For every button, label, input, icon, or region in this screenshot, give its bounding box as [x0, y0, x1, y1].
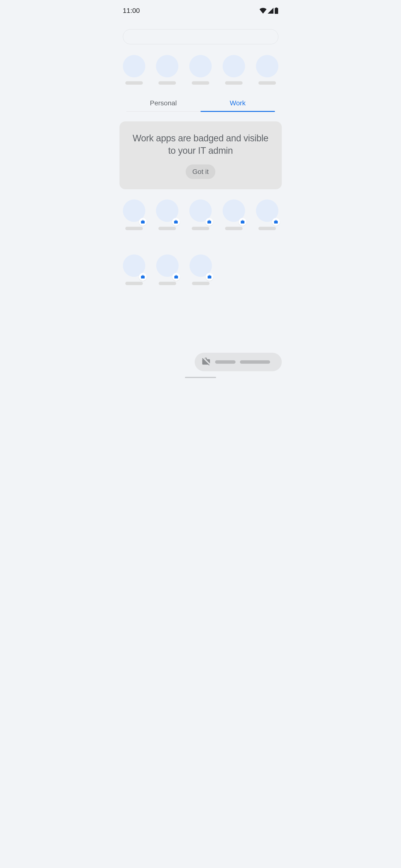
app-label-placeholder — [158, 227, 176, 230]
work-off-icon — [202, 357, 211, 367]
work-info-card: Work apps are badged and visible to your… — [120, 121, 282, 189]
app-label-placeholder — [258, 227, 276, 230]
status-time: 11:00 — [123, 7, 140, 14]
wifi-icon — [259, 8, 267, 13]
cellular-icon — [268, 8, 274, 13]
work-app[interactable] — [123, 199, 145, 230]
app-label-placeholder — [258, 81, 276, 85]
work-app[interactable] — [223, 199, 245, 230]
work-badge-icon — [206, 273, 213, 281]
got-it-button[interactable]: Got it — [186, 164, 216, 179]
suggested-app[interactable] — [223, 55, 245, 85]
work-app[interactable] — [156, 254, 179, 285]
status-icons — [259, 7, 278, 14]
app-label-placeholder — [125, 227, 143, 230]
tab-personal[interactable]: Personal — [126, 99, 201, 112]
work-badge-icon — [172, 273, 180, 281]
work-app[interactable] — [189, 199, 212, 230]
suggested-app[interactable] — [123, 55, 145, 85]
app-label-placeholder — [125, 81, 143, 85]
blank-region — [0, 380, 401, 868]
work-badge-icon — [139, 218, 147, 226]
work-info-text: Work apps are badged and visible to your… — [129, 132, 272, 157]
app-icon-placeholder — [256, 55, 278, 78]
suggested-app[interactable] — [156, 55, 178, 85]
work-app[interactable] — [156, 199, 178, 230]
work-badge-icon — [239, 218, 246, 226]
pill-text-placeholder — [240, 360, 270, 364]
app-label-placeholder — [192, 81, 209, 85]
status-bar: 11:00 — [113, 0, 288, 20]
battery-icon — [275, 7, 278, 14]
work-badge-icon — [172, 218, 180, 226]
app-label-placeholder — [159, 282, 176, 285]
app-label-placeholder — [158, 81, 176, 85]
work-app[interactable] — [190, 254, 212, 285]
work-apps-grid — [113, 189, 288, 299]
work-profile-toggle-pill[interactable] — [195, 353, 282, 371]
app-label-placeholder — [225, 227, 243, 230]
app-label-placeholder — [225, 81, 243, 85]
app-icon-placeholder — [223, 55, 245, 78]
pill-text-placeholder — [215, 360, 236, 364]
app-label-placeholder — [192, 282, 210, 285]
phone-frame: 11:00 Personal Work Work apps are badged… — [113, 0, 288, 380]
work-badge-icon — [272, 218, 280, 226]
suggested-app[interactable] — [189, 55, 212, 85]
suggestion-row — [113, 55, 288, 85]
app-icon-placeholder — [123, 55, 145, 78]
profile-tabs: Personal Work — [126, 99, 275, 112]
app-icon-placeholder — [189, 55, 212, 78]
search-bar[interactable] — [123, 29, 278, 44]
tab-work[interactable]: Work — [201, 99, 275, 112]
suggested-app[interactable] — [256, 55, 278, 85]
app-icon-placeholder — [156, 55, 178, 78]
app-label-placeholder — [125, 282, 143, 285]
work-badge-icon — [205, 218, 213, 226]
work-app[interactable] — [256, 199, 278, 230]
app-label-placeholder — [192, 227, 209, 230]
gesture-handle[interactable] — [185, 377, 216, 378]
work-app[interactable] — [123, 254, 145, 285]
work-badge-icon — [139, 273, 147, 281]
